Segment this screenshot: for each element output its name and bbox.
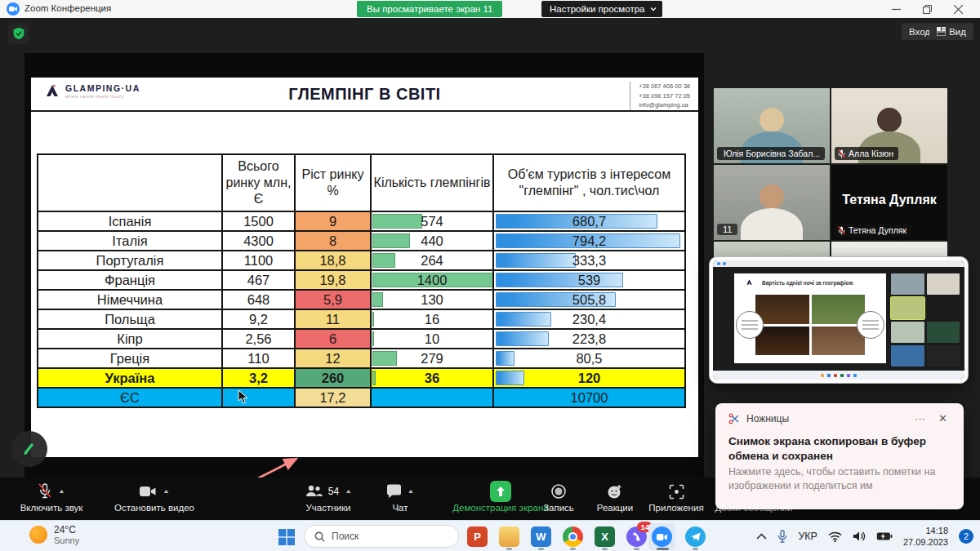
video-tile-tetiana[interactable]: Тетяна Дупляк Тетяна Дупляк — [831, 165, 947, 240]
tourists-bar — [496, 351, 514, 366]
cell-market: 4300 — [222, 231, 295, 251]
glampings-bar — [372, 292, 383, 307]
table-row: Кіпр2,56610223,8 — [38, 329, 685, 349]
close-button[interactable] — [946, 0, 970, 18]
tray-chevron-icon[interactable] — [756, 533, 767, 540]
chat-button[interactable]: ▲ Чат — [374, 481, 426, 513]
telegram-icon[interactable] — [685, 527, 706, 547]
chevron-up-icon[interactable]: ▲ — [163, 488, 170, 495]
mini-slide-title: Вартість однієї ночі за географією — [762, 280, 883, 286]
mini-logo-icon — [741, 278, 757, 290]
view-settings-button[interactable]: Настройки просмотра — [541, 1, 662, 17]
zoom-taskbar-icon[interactable] — [648, 523, 675, 550]
cell-market: 467 — [222, 270, 295, 290]
video-tile-active-speaker[interactable]: 11 — [714, 165, 830, 240]
tourists-bar — [496, 331, 549, 346]
notification-count-badge[interactable]: 2 — [959, 529, 973, 544]
viber-icon[interactable]: 14 — [626, 527, 647, 547]
tray-date: 27.09.2023 — [903, 536, 948, 548]
start-button[interactable] — [276, 527, 296, 547]
powerpoint-icon[interactable]: P — [467, 527, 488, 547]
cell-tourists: 120 — [493, 368, 685, 388]
notification-close-button[interactable]: ✕ — [935, 412, 951, 424]
pencil-icon — [21, 441, 38, 457]
video-tile-yuliia[interactable]: Юлія Борисівна Забал... — [714, 88, 830, 163]
glampings-bar — [372, 331, 374, 346]
unmute-button[interactable]: ▲ Включить звук — [3, 481, 100, 513]
contact-phone: +38 096 157 72 05 — [639, 91, 690, 101]
participants-button[interactable]: 54 ▲ Участники — [287, 481, 369, 513]
cell-growth: 18,8 — [295, 251, 371, 270]
speaker-icon[interactable] — [853, 531, 866, 542]
search-box[interactable]: Поиск — [304, 525, 459, 548]
table-row: Україна3,226036120 — [38, 368, 685, 388]
video-tile-alla[interactable]: Алла Кізюн — [831, 88, 947, 163]
chevron-up-icon[interactable]: ▲ — [58, 488, 65, 495]
cell-growth: 9 — [295, 211, 371, 231]
chevron-up-icon[interactable]: ▲ — [408, 488, 415, 495]
apps-button[interactable]: Приложения — [644, 481, 709, 513]
participant-name-label: Алла Кізюн — [835, 147, 898, 160]
table-row: Франція46719,81400539 — [38, 270, 685, 290]
stop-video-button[interactable]: ▲ Остановить видео — [101, 481, 207, 513]
windows-logo-icon — [278, 529, 295, 545]
slide-header: GLAMPING·UA where nature meets luxury ГЛ… — [31, 78, 698, 112]
word-icon[interactable]: W — [531, 527, 551, 547]
cell-glampings: 36 — [371, 368, 493, 388]
view-button[interactable]: Вид — [929, 23, 973, 40]
language-indicator[interactable]: УКР — [798, 531, 817, 542]
tray-mic-icon[interactable] — [777, 530, 787, 543]
annotate-pencil-button[interactable] — [11, 431, 47, 467]
cell-tourists: 680,7 — [493, 211, 685, 231]
screen-number-badge: 11 — [717, 224, 737, 235]
chevron-up-icon[interactable]: ▲ — [345, 488, 352, 495]
cell-tourists: 505,8 — [493, 290, 685, 309]
snipping-tool-notification[interactable]: Ножницы ··· ✕ Снимок экрана скопирован в… — [715, 403, 964, 509]
weather-widget[interactable]: 24°C Sunny — [29, 524, 79, 545]
cell-growth: 5,9 — [295, 290, 371, 309]
chrome-icon[interactable] — [563, 527, 583, 547]
restore-button[interactable] — [915, 0, 939, 18]
cell-growth: 11 — [295, 309, 371, 329]
cell-tourists: 223,8 — [493, 329, 685, 349]
cell-market: 648 — [222, 290, 295, 309]
cell-glampings: 264 — [371, 251, 493, 270]
cell-growth: 8 — [295, 231, 371, 251]
header-growth: Ріст ринку % — [295, 154, 371, 211]
mini-participant-strip — [891, 273, 960, 367]
reactions-button[interactable]: Реакции — [588, 481, 642, 513]
participants-icon — [305, 484, 323, 499]
minimize-button[interactable] — [884, 0, 908, 18]
participants-count: 54 — [328, 486, 339, 497]
notification-title: Снимок экрана скопирован в буфер обмена … — [728, 434, 951, 464]
cell-glampings: 10 — [371, 329, 493, 349]
record-button[interactable]: Запись — [532, 481, 585, 513]
header-market: Всього ринку млн, Є — [222, 154, 295, 211]
cell-market: 110 — [222, 349, 295, 368]
security-shield-icon[interactable] — [8, 23, 29, 44]
cell-growth: 6 — [295, 329, 371, 349]
wifi-icon[interactable] — [828, 531, 842, 542]
clock[interactable]: 14:18 27.09.2023 — [903, 525, 948, 549]
file-explorer-icon[interactable] — [499, 527, 519, 547]
presentation-slide: GLAMPING·UA where nature meets luxury ГЛ… — [31, 78, 698, 457]
cell-market: 1100 — [222, 251, 295, 270]
battery-icon[interactable] — [876, 531, 893, 541]
mini-photo-grid — [755, 295, 865, 355]
mini-titlebar — [713, 260, 964, 267]
participant-name-label: Тетяна Дупляк — [835, 224, 911, 237]
participant-name-label: Юлія Борисівна Забал... — [717, 147, 825, 160]
cell-glampings: 16 — [371, 309, 493, 329]
notification-more-button[interactable]: ··· — [911, 412, 929, 424]
weather-temp: 24°C — [54, 524, 79, 535]
record-icon — [550, 483, 567, 500]
glamping-data-table: Всього ринку млн, Є Ріст ринку % Кількіс… — [37, 153, 686, 408]
zoom-app-icon — [7, 2, 20, 16]
screenshot-preview-window[interactable]: Вартість однієї ночі за географією — [709, 256, 969, 384]
cell-country: Греція — [38, 349, 222, 368]
excel-icon[interactable]: X — [595, 527, 615, 547]
share-screen-icon — [490, 481, 511, 502]
mini-taskbar — [713, 371, 964, 380]
glampings-bar — [372, 214, 422, 229]
slide-title: ГЛЕМПІНГ В СВІТІ — [31, 85, 698, 104]
